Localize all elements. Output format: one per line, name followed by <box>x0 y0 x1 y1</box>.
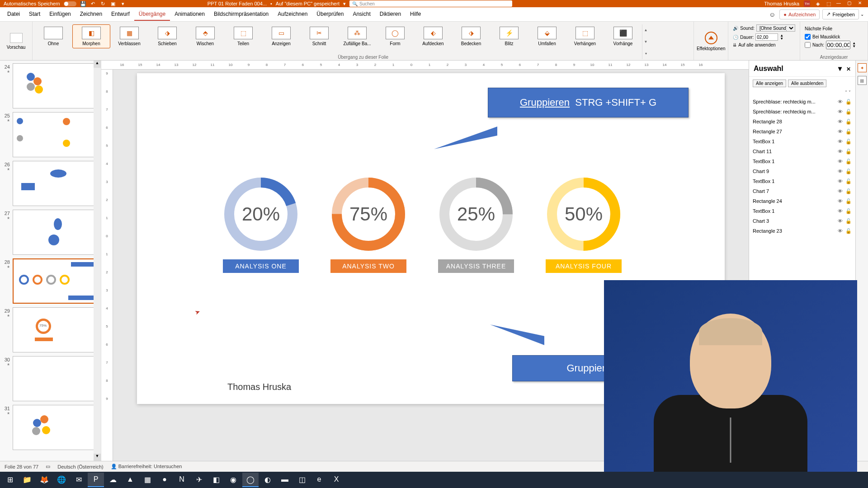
donut-chart[interactable]: 20%ANALYSIS ONE <box>223 177 299 273</box>
move-down-icon[interactable]: ˅ <box>849 90 851 95</box>
thumbnails-scrollbar[interactable]: ▲ ▼ <box>94 61 101 461</box>
selection-item[interactable]: TextBox 1👁🔓 <box>753 206 852 216</box>
selection-item[interactable]: Rectangle 23👁🔓 <box>753 226 852 236</box>
chevron-down-icon[interactable]: ▾ <box>343 1 346 7</box>
more-qat-icon[interactable]: ▾ <box>120 0 126 7</box>
selection-item[interactable]: TextBox 1👁🔓 <box>753 136 852 146</box>
user-name[interactable]: Thomas Hruska <box>764 1 799 6</box>
menu-tab-überprüfen[interactable]: Überprüfen <box>312 8 348 21</box>
menu-tab-aufzeichnen[interactable]: Aufzeichnen <box>273 8 312 21</box>
powerpoint-icon[interactable]: P <box>88 473 104 487</box>
coming-soon-icon[interactable]: ◈ <box>815 0 821 7</box>
slide-thumbnail[interactable]: 28★ <box>2 258 97 304</box>
accessibility-status[interactable]: 👤 Barrierefreiheit: Untersuchen <box>111 464 182 469</box>
menu-tab-ansicht[interactable]: Ansicht <box>348 8 375 21</box>
vertical-ruler[interactable]: 9876543210123456789 <box>101 70 113 461</box>
transition-umfallen[interactable]: ⬙Umfallen <box>528 24 566 48</box>
app-icon[interactable]: ● <box>156 473 173 487</box>
lock-icon[interactable]: 🔓 <box>845 228 852 234</box>
scroll-up-icon[interactable]: ▲ <box>94 61 101 68</box>
selection-item[interactable]: Sprechblase: rechteckig m...👁🔓 <box>753 97 852 107</box>
visibility-icon[interactable]: 👁 <box>838 208 843 214</box>
selection-item[interactable]: TextBox 1👁🔓 <box>753 156 852 166</box>
menu-tab-hilfe[interactable]: Hilfe <box>406 8 425 21</box>
dropdown-icon[interactable]: ▾ <box>838 65 842 72</box>
share-button[interactable]: ↗Freigeben <box>822 9 859 19</box>
visibility-icon[interactable]: 👁 <box>838 99 843 105</box>
save-icon[interactable]: 💾 <box>80 0 86 7</box>
app-icon[interactable]: ◧ <box>208 473 224 487</box>
visibility-icon[interactable]: 👁 <box>838 188 843 194</box>
lock-icon[interactable]: 🔓 <box>845 129 852 135</box>
lock-icon[interactable]: 🔓 <box>845 159 852 164</box>
format-icon[interactable]: ▦ <box>858 76 867 85</box>
menu-tab-bildschirmpräsentation[interactable]: Bildschirmpräsentation <box>209 8 273 21</box>
edge-icon[interactable]: e <box>311 473 327 487</box>
menu-tab-zeichnen[interactable]: Zeichnen <box>75 8 107 21</box>
visibility-icon[interactable]: 👁 <box>838 119 843 125</box>
visibility-icon[interactable]: 👁 <box>838 149 843 155</box>
transition-morphen[interactable]: ◧Morphen <box>72 24 110 48</box>
app-icon[interactable]: ◫ <box>294 473 310 487</box>
transition-blitz[interactable]: ⚡Blitz <box>490 24 528 48</box>
horizontal-ruler[interactable]: 1615141312111098765432101234567891011121… <box>101 61 749 70</box>
lock-icon[interactable]: 🔓 <box>845 198 852 204</box>
transition-schieben[interactable]: ⬗Schieben <box>148 24 186 48</box>
transition-verblassen[interactable]: ▦Verblassen <box>110 24 148 48</box>
menu-tab-entwurf[interactable]: Entwurf <box>107 8 134 21</box>
menu-tab-animationen[interactable]: Animationen <box>170 8 209 21</box>
transition-teilen[interactable]: ⬚Teilen <box>224 24 262 48</box>
duration-input[interactable] <box>755 33 778 41</box>
vlc-icon[interactable]: ▲ <box>122 473 138 487</box>
sound-select[interactable]: [Ohne Sound] <box>756 24 795 32</box>
spinner-icon[interactable]: ▲▼ <box>852 42 856 48</box>
slide-counter[interactable]: Folie 28 von 77 <box>5 464 38 469</box>
preview-icon[interactable] <box>10 33 23 43</box>
move-up-icon[interactable]: ˄ <box>845 90 847 95</box>
lock-icon[interactable]: 🔓 <box>845 208 852 214</box>
visibility-icon[interactable]: 👁 <box>838 198 843 204</box>
visibility-icon[interactable]: 👁 <box>838 169 843 174</box>
minimize-button[interactable]: — <box>836 0 843 7</box>
visibility-icon[interactable]: 👁 <box>838 159 843 164</box>
lock-icon[interactable]: 🔓 <box>845 119 852 125</box>
app-icon[interactable]: ▬ <box>277 473 293 487</box>
transition-aufdecken[interactable]: ⬖Aufdecken <box>414 24 452 48</box>
slide-thumbnail[interactable]: 25★ <box>2 112 97 157</box>
chrome-icon[interactable]: 🌐 <box>53 473 70 487</box>
transition-form[interactable]: ◯Form <box>376 24 414 48</box>
start-button[interactable]: ⊞ <box>2 473 18 487</box>
visibility-icon[interactable]: 👁 <box>838 218 843 224</box>
selection-item[interactable]: Chart 9👁🔓 <box>753 166 852 176</box>
author-text[interactable]: Thomas Hruska <box>227 382 291 392</box>
app-icon[interactable]: ☁ <box>105 473 121 487</box>
menu-tab-start[interactable]: Start <box>24 8 45 21</box>
show-all-button[interactable]: Alle anzeigen <box>753 80 786 87</box>
redo-icon[interactable]: ↻ <box>100 0 106 7</box>
record-button[interactable]: ●Aufzeichnen <box>779 9 820 19</box>
slide-thumbnail[interactable]: 29★75% <box>2 307 97 352</box>
slide-thumbnail[interactable]: 27★ <box>2 210 97 255</box>
feedback-icon[interactable]: ☺ <box>768 11 777 18</box>
selection-item[interactable]: Rectangle 28👁🔓 <box>753 117 852 127</box>
transition-anzeigen[interactable]: ▭Anzeigen <box>262 24 300 48</box>
undo-icon[interactable]: ↶ <box>90 0 96 7</box>
slide-thumbnail[interactable]: 30★ <box>2 356 97 401</box>
present-icon[interactable]: ▣ <box>110 0 116 7</box>
menu-tab-übergänge[interactable]: Übergänge <box>134 8 170 21</box>
close-button[interactable]: ✕ <box>858 0 864 7</box>
app-icon[interactable]: ▦ <box>139 473 156 487</box>
slide-thumbnail[interactable]: 26★ <box>2 161 97 206</box>
donut-chart[interactable]: 50%ANALYSIS FOUR <box>546 177 622 273</box>
donut-chart[interactable]: 75%ANALYSIS TWO <box>330 177 406 273</box>
ribbon-mode-icon[interactable]: ⬚ <box>826 0 832 7</box>
slide-thumbnail[interactable]: 31★ <box>2 405 97 450</box>
obs-icon[interactable]: ◉ <box>225 473 241 487</box>
language-indicator[interactable]: Deutsch (Österreich) <box>57 464 103 469</box>
callout-group[interactable]: Gruppieren STRG +SHIFT+ G <box>488 88 689 117</box>
lock-icon[interactable]: 🔓 <box>845 149 852 155</box>
lock-icon[interactable]: 🔓 <box>845 99 852 105</box>
onenote-icon[interactable]: N <box>174 473 190 487</box>
donut-chart[interactable]: 25%ANALYSIS THREE <box>438 177 514 273</box>
apply-all-button[interactable]: Auf alle anwenden <box>738 42 775 47</box>
